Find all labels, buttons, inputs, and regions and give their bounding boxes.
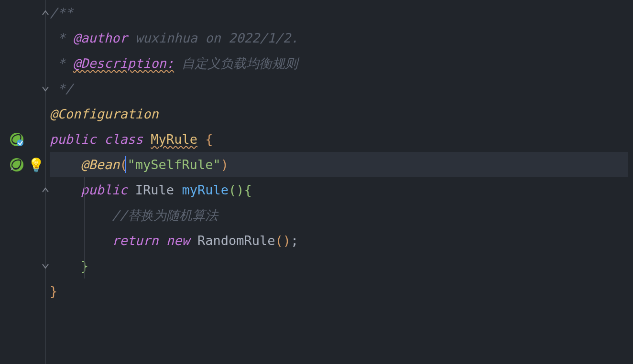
constructor-name: RandomRule [197,233,275,248]
gutter-row [0,203,50,228]
code-editor[interactable]: 💡 /** * @author wuxinhua on 2022/1/2. * … [0,0,633,364]
gutter-row [0,253,50,278]
brace-close: } [50,284,57,299]
code-line[interactable]: //替换为随机算法 [50,203,628,228]
doc-description-tag: @Description: [73,56,174,71]
fold-close-icon[interactable] [41,85,50,93]
gutter-row: 💡 [0,152,50,177]
annotation-bean: @Bean [81,157,120,172]
method-parens: () [229,182,244,197]
code-line[interactable]: /** [50,0,628,25]
spring-bean-icon[interactable] [9,157,25,173]
gutter: 💡 [0,0,50,364]
gutter-row [0,25,50,51]
doc-description-text: 自定义负载均衡规则 [174,55,298,72]
indent-guide [84,253,85,278]
indent-guide [84,203,85,228]
keyword-public: public [81,182,128,197]
gutter-row [0,76,50,101]
gutter-row [0,0,50,25]
gutter-row [0,51,50,76]
annotation-configuration: @Configuration [50,107,159,121]
keyword-return: return [112,233,159,248]
doc-star: * [50,56,73,71]
gutter-row [0,278,50,304]
doc-author-text: wuxinhua on 2022/1/2. [128,31,299,45]
keyword-new: new [166,233,190,248]
keyword-public: public [50,132,97,147]
brace-close: } [81,258,88,273]
fold-open-icon[interactable] [41,186,50,194]
fold-open-icon[interactable] [41,9,50,17]
string-literal: "mySelfRule" [128,157,221,172]
semicolon: ; [291,233,298,248]
gutter-row [0,127,50,152]
code-line[interactable]: @Configuration [50,101,628,127]
doc-comment-close: */ [50,81,73,96]
text-caret [125,156,126,173]
ctor-parens: () [275,233,291,248]
code-line[interactable]: } [50,278,628,304]
code-line[interactable]: */ [50,76,628,101]
code-line[interactable]: public IRule myRule(){ [50,177,628,203]
class-name: MyRule [151,132,197,147]
code-line-current[interactable]: @Bean("mySelfRule") [50,152,628,177]
keyword-class: class [104,132,143,147]
gutter-row [0,228,50,253]
doc-author-tag: @author [73,31,128,45]
method-name: myRule [182,182,229,197]
line-comment: //替换为随机算法 [112,207,218,224]
paren-open: ( [120,157,127,172]
spring-component-icon[interactable] [9,131,25,148]
indent-guide [84,177,85,203]
code-line[interactable]: * @author wuxinhua on 2022/1/2. [50,25,628,51]
brace-open: { [244,182,251,197]
fold-close-icon[interactable] [41,262,50,270]
type-name: IRule [135,182,174,197]
brace-open: { [197,132,213,147]
code-area[interactable]: /** * @author wuxinhua on 2022/1/2. * @D… [50,0,633,364]
doc-comment-open: /** [50,5,73,20]
code-line[interactable]: return new RandomRule(); [50,228,628,253]
indent-guide [84,228,85,253]
code-line[interactable]: public class MyRule { [50,127,628,152]
code-line[interactable]: * @Description: 自定义负载均衡规则 [50,51,628,76]
doc-star: * [50,31,73,45]
intention-bulb-icon[interactable]: 💡 [28,157,44,172]
gutter-row [0,101,50,127]
code-line[interactable]: } [50,253,628,278]
gutter-row [0,177,50,203]
paren-close: ) [221,157,229,172]
